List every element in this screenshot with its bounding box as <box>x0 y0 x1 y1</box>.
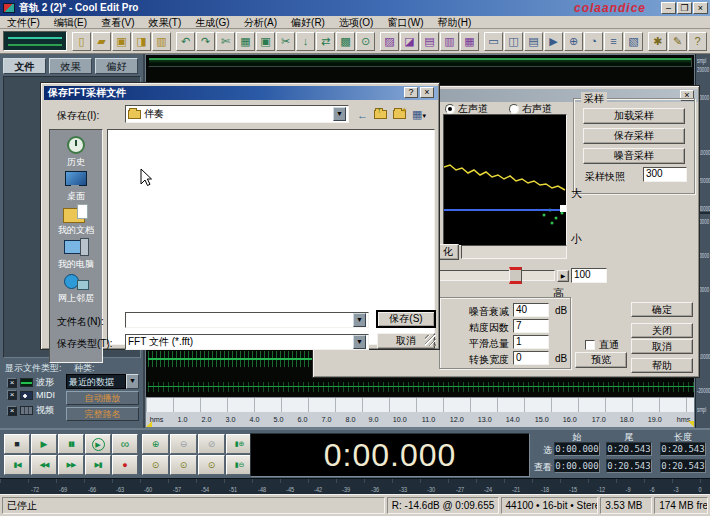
filename-input[interactable]: ▼ <box>125 312 369 328</box>
zoom-full-button[interactable]: ⊘ <box>198 434 225 454</box>
autoplay-button[interactable]: 自动播放 <box>66 391 139 405</box>
chevron-down-icon[interactable]: ▼ <box>333 107 346 121</box>
menu-item[interactable]: 帮助(H) <box>431 16 479 29</box>
slider-thumb[interactable] <box>509 267 522 284</box>
menu-item[interactable]: 窗口(W) <box>380 16 430 29</box>
pause-button[interactable]: ▮▮ <box>58 434 84 454</box>
new-folder-icon[interactable]: ✶ <box>393 108 406 122</box>
wave-type-checkbox[interactable]: × <box>7 378 17 388</box>
menu-item[interactable]: 效果(T) <box>141 16 188 29</box>
settings-icon[interactable]: ✱ <box>648 32 667 51</box>
view-menu-icon[interactable]: ▦▾ <box>412 107 426 123</box>
cut-icon[interactable]: ✂ <box>276 32 295 51</box>
tab-files[interactable]: 文件 <box>3 58 46 74</box>
zoom-in-horizontal-button[interactable]: ▮⊕ <box>226 434 253 454</box>
zoom-to-selection-button[interactable]: ⊙ <box>198 455 225 475</box>
script-icon[interactable]: ▨ <box>380 32 399 51</box>
bypass-checkbox-row[interactable]: 直通 <box>585 338 619 352</box>
close-button[interactable]: × <box>693 2 708 14</box>
cancel-button[interactable]: 取消 <box>631 339 693 354</box>
save-file-icon[interactable]: ▣ <box>112 32 131 51</box>
wave-window-icon[interactable]: ▭ <box>484 32 503 51</box>
chevron-down-icon[interactable]: ▼ <box>353 335 366 349</box>
menu-item[interactable]: 查看(V) <box>94 16 141 29</box>
noise-reduction-level-input[interactable]: 40 <box>513 303 549 317</box>
save-as-icon[interactable]: ◨ <box>132 32 151 51</box>
zoom-window-icon[interactable]: ⊕ <box>564 32 583 51</box>
paste-icon[interactable]: ↓ <box>296 32 315 51</box>
mix-paste-icon[interactable]: ⇄ <box>316 32 335 51</box>
file-properties-icon[interactable]: ▥ <box>152 32 171 51</box>
mixer-window-icon[interactable]: ▧ <box>624 32 643 51</box>
save-button[interactable]: 保存(S) <box>377 311 435 327</box>
slider-right-arrow[interactable]: ▶ <box>557 270 569 282</box>
place-network[interactable]: 网上邻居 <box>50 272 102 305</box>
bypass-checkbox[interactable] <box>585 340 595 350</box>
save-in-select[interactable]: 伴奏 ▼ <box>125 105 349 123</box>
place-desktop[interactable]: 桌面 <box>50 170 102 203</box>
timeline-ruler[interactable]: hms1.02.03.04.05.06.07.08.09.010.011.012… <box>146 397 694 427</box>
partially-hidden-button[interactable]: 化 <box>437 244 459 260</box>
snapshot-input[interactable]: 300 <box>643 167 687 182</box>
close-button[interactable]: 关闭 <box>631 323 693 338</box>
zoom-out-button[interactable]: ⊖ <box>170 434 197 454</box>
redo-icon[interactable]: ↷ <box>196 32 215 51</box>
overview-bar[interactable] <box>148 57 692 67</box>
dialog-title-bar[interactable]: 保存FFT采样文件 <box>44 86 438 100</box>
play-looped-button[interactable]: ▶ <box>85 434 111 454</box>
play-button[interactable]: ▶ <box>31 434 57 454</box>
time-window-icon[interactable]: ◔ <box>584 32 603 51</box>
open-file-icon[interactable]: ▰ <box>92 32 111 51</box>
level-meter[interactable]: -72-69-66-63-60-57-54-51-48-45-42-39-36-… <box>0 478 710 494</box>
convert-sample-type-icon[interactable]: ▦ <box>236 32 255 51</box>
find-icon[interactable]: ⊙ <box>356 32 375 51</box>
place-my-computer[interactable]: 我的电脑 <box>50 238 102 271</box>
kind-select[interactable]: 最近的数据 ▼ <box>66 374 139 389</box>
trim-icon[interactable]: ✄ <box>216 32 235 51</box>
precision-factor-input[interactable]: 7 <box>513 319 549 333</box>
waveform-view-toggle-button[interactable] <box>3 31 67 51</box>
spectral-window-icon[interactable]: ◫ <box>504 32 523 51</box>
load-sample-button[interactable]: 加载采样 <box>583 108 685 124</box>
resize-grip[interactable] <box>425 335 436 346</box>
crossfade-icon[interactable]: ▩ <box>336 32 355 51</box>
zoom-sel-right-button[interactable]: ⊙ <box>170 455 197 475</box>
zoom-in-button[interactable]: ⊕ <box>142 434 169 454</box>
amplitude-icon[interactable]: ▤ <box>420 32 439 51</box>
close-icon[interactable]: × <box>420 87 434 98</box>
app-icon[interactable] <box>3 3 15 13</box>
midi-type-checkbox[interactable]: × <box>7 390 17 400</box>
zoom-out-horizontal-button[interactable]: ▮⊖ <box>226 455 253 475</box>
menu-item[interactable]: 分析(A) <box>237 16 284 29</box>
minimize-button[interactable]: – <box>661 2 676 14</box>
undo-icon[interactable]: ↶ <box>176 32 195 51</box>
place-history[interactable]: 历史 <box>50 136 102 169</box>
help-icon[interactable]: ? <box>688 32 707 51</box>
save-sample-button[interactable]: 保存采样 <box>583 128 685 144</box>
record-button[interactable]: ● <box>112 455 138 475</box>
menu-item[interactable]: 生成(G) <box>188 16 236 29</box>
stop-button[interactable]: ■ <box>4 434 30 454</box>
noise-floor-handle[interactable] <box>560 205 566 212</box>
up-one-level-icon[interactable]: ↑ <box>374 108 387 122</box>
smoothing-amount-input[interactable]: 1 <box>513 335 549 349</box>
menu-item[interactable]: 选项(O) <box>332 16 380 29</box>
full-path-button[interactable]: 完整路名 <box>66 407 139 421</box>
ok-button[interactable]: 确定 <box>631 302 693 317</box>
play-list-icon[interactable]: ▶ <box>544 32 563 51</box>
delay-icon[interactable]: ▥ <box>440 32 459 51</box>
go-to-end-button[interactable]: ▶▮ <box>85 455 111 475</box>
place-my-documents[interactable]: 我的文档 <box>50 204 102 237</box>
filetype-select[interactable]: FFT 文件 (*.fft) ▼ <box>125 334 369 350</box>
tab-effects[interactable]: 效果 <box>49 58 92 74</box>
go-to-start-button[interactable]: ▮◀ <box>4 455 30 475</box>
kind-select-value[interactable]: 最近的数据 <box>66 374 126 389</box>
tab-favorites[interactable]: 偏好 <box>95 58 138 74</box>
back-icon[interactable]: ← <box>357 108 368 122</box>
video-type-checkbox[interactable]: × <box>7 406 17 416</box>
scripts-icon[interactable]: ✎ <box>668 32 687 51</box>
data-window-icon[interactable]: ≡ <box>604 32 623 51</box>
fast-forward-button[interactable]: ▶▶ <box>58 455 84 475</box>
chevron-down-icon[interactable]: ▼ <box>126 374 139 389</box>
menu-item[interactable]: 编辑(E) <box>47 16 94 29</box>
